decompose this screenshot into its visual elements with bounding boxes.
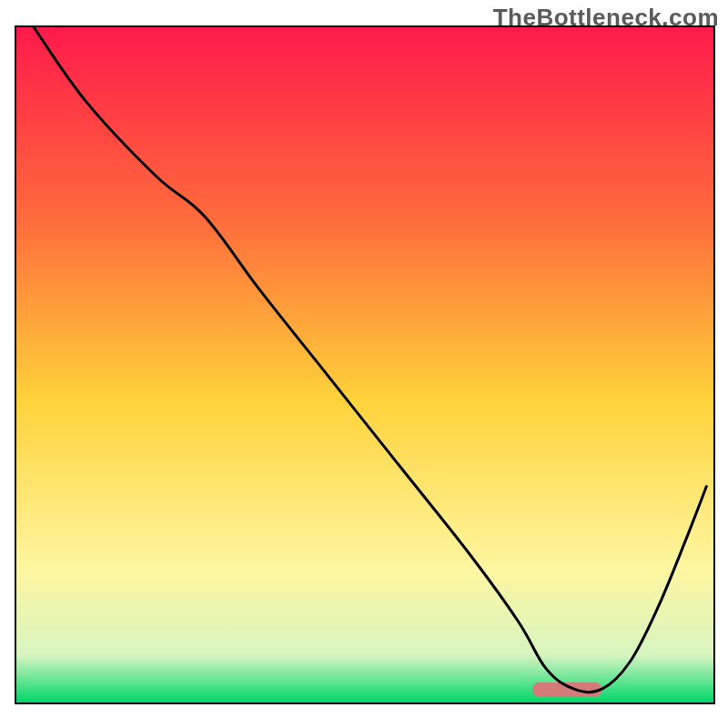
watermark-text: TheBottleneck.com: [493, 4, 719, 32]
chart-stage: TheBottleneck.com: [0, 0, 728, 728]
chart-svg: [0, 0, 728, 728]
plot-background: [16, 27, 713, 703]
